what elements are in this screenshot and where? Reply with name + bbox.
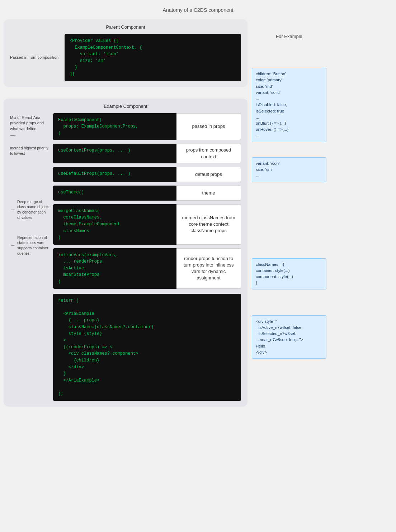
parent-component-box: Parent Component Passed in from composit…: [4, 19, 248, 87]
code-merge-classnames: mergeClassNames( coreClassNames. theme.E…: [53, 204, 176, 245]
code-default-props: useDefaultProps(props, ... ): [53, 167, 176, 182]
row-example-component: ExampleComponent( props: ExampleComponen…: [53, 113, 241, 140]
parent-left-annotation: Passed in from composition: [10, 53, 60, 62]
annotation-deep-merge: → Deep merge of class name objects by co…: [10, 197, 50, 233]
label-default-props: default props: [176, 167, 241, 182]
label-context-props: props from composed context: [176, 144, 241, 163]
annotation-mix: Mix of React-Aria provided props and wha…: [10, 113, 50, 140]
row-merge-classnames: mergeClassNames( coreClassNames. theme.E…: [53, 204, 241, 245]
example-annotations: Mix of React-Aria provided props and wha…: [10, 113, 50, 401]
code-inline-vars: inlineVars(exampleVars, ... renderProps,…: [53, 248, 176, 289]
label-merge-classnames: merged classNames from core theme contex…: [176, 204, 241, 245]
label-passed-in-props: passed in props: [176, 113, 241, 140]
label-inline-vars: render props function to turn props into…: [176, 248, 241, 289]
row-inline-vars: inlineVars(exampleVars, ... renderProps,…: [53, 248, 241, 289]
info-box-4: <div style=" --isActive_n7w8sef: false; …: [252, 315, 326, 359]
row-theme: useTheme() theme: [53, 186, 241, 201]
return-code-block: return ( <AriaExample { ... props} class…: [53, 294, 241, 401]
example-inner-layout: Mix of React-Aria provided props and wha…: [10, 113, 241, 401]
row-default-props: useDefaultProps(props, ... ) default pro…: [53, 167, 241, 182]
code-example-component: ExampleComponent( props: ExampleComponen…: [53, 113, 176, 140]
for-example-label: For Example: [252, 34, 326, 39]
main-layout: Parent Component Passed in from composit…: [4, 19, 392, 407]
parent-box-label: Parent Component: [10, 24, 241, 30]
annotation-spacer2: [10, 179, 50, 197]
annotation-representation: → Representation of state in css vars su…: [10, 233, 50, 272]
right-column: For Example children: 'Button' color: 'p…: [248, 19, 326, 359]
parent-code-block: <Provider values={[ ExampleComponentCont…: [65, 34, 241, 81]
info-box-2: variant: 'icon' size: 'sm' ...: [252, 157, 326, 182]
example-rows: ExampleComponent( props: ExampleComponen…: [53, 113, 241, 401]
code-context-props: useContextProps(props, ... ): [53, 144, 176, 163]
example-component-box: Example Component Mix of React-Aria prov…: [4, 99, 248, 407]
page-wrapper: Anatomy of a C2DS component Parent Compo…: [0, 0, 396, 532]
example-box-label: Example Component: [10, 104, 241, 109]
row-context-props: useContextProps(props, ... ) props from …: [53, 144, 241, 163]
annotation-merged: merged highest priority to lowest: [10, 140, 50, 161]
center-column: Parent Component Passed in from composit…: [4, 19, 248, 407]
info-box-1: children: 'Button' color: 'primary' size…: [252, 68, 326, 142]
code-theme: useTheme(): [53, 186, 176, 201]
label-theme: theme: [176, 186, 241, 201]
page-title: Anatomy of a C2DS component: [4, 7, 392, 13]
annotation-spacer1: [10, 161, 50, 179]
info-box-3: classNames = { container: style(...) com…: [252, 258, 326, 289]
